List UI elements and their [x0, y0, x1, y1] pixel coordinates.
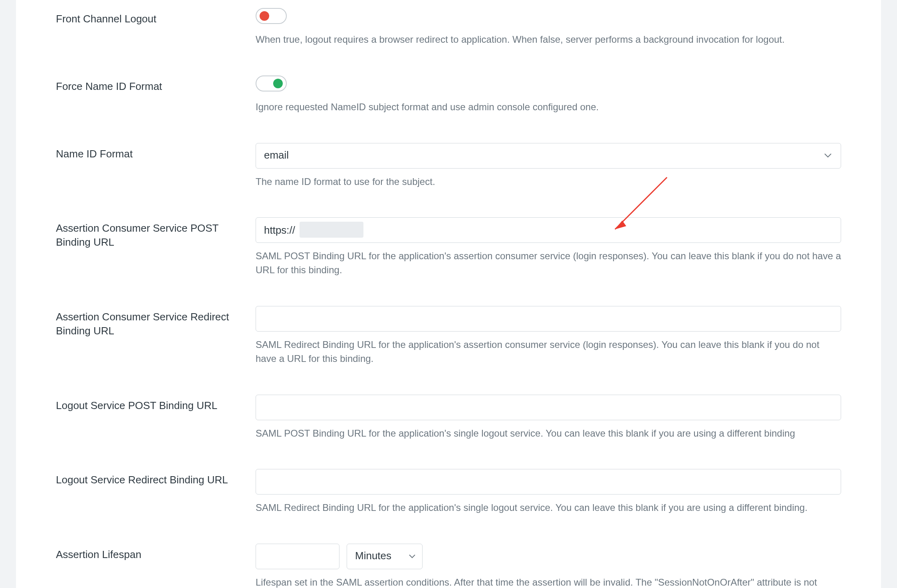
help-name-id-format: The name ID format to use for the subjec… — [256, 175, 841, 189]
select-lifespan-unit[interactable]: Minutes — [347, 544, 423, 569]
label-acs-post-url: Assertion Consumer Service POST Binding … — [56, 217, 256, 249]
input-logout-post-url[interactable] — [256, 395, 841, 420]
settings-form-panel: Front Channel Logout When true, logout r… — [16, 0, 881, 588]
toggle-front-channel-logout[interactable] — [256, 8, 287, 24]
row-acs-redirect-url: Assertion Consumer Service Redirect Bind… — [56, 306, 841, 366]
label-name-id-format: Name ID Format — [56, 143, 256, 161]
label-acs-redirect-url: Assertion Consumer Service Redirect Bind… — [56, 306, 256, 338]
toggle-force-name-id-format[interactable] — [256, 75, 287, 91]
input-assertion-lifespan-value[interactable] — [256, 544, 339, 569]
toggle-knob — [273, 79, 283, 88]
toggle-knob — [260, 11, 269, 21]
input-acs-post-url[interactable] — [256, 217, 841, 243]
row-acs-post-url: Assertion Consumer Service POST Binding … — [56, 217, 841, 277]
help-front-channel-logout: When true, logout requires a browser red… — [256, 33, 841, 47]
row-logout-redirect-url: Logout Service Redirect Binding URL SAML… — [56, 469, 841, 515]
help-force-name-id-format: Ignore requested NameID subject format a… — [256, 100, 841, 114]
row-force-name-id-format: Force Name ID Format Ignore requested Na… — [56, 75, 841, 114]
row-logout-post-url: Logout Service POST Binding URL SAML POS… — [56, 395, 841, 441]
row-front-channel-logout: Front Channel Logout When true, logout r… — [56, 8, 841, 47]
select-wrap-name-id-format: email — [256, 143, 841, 169]
help-logout-post-url: SAML POST Binding URL for the applicatio… — [256, 427, 841, 441]
help-assertion-lifespan: Lifespan set in the SAML assertion condi… — [256, 576, 841, 588]
label-logout-redirect-url: Logout Service Redirect Binding URL — [56, 469, 256, 487]
label-force-name-id-format: Force Name ID Format — [56, 75, 256, 93]
label-logout-post-url: Logout Service POST Binding URL — [56, 395, 256, 413]
input-acs-redirect-url[interactable] — [256, 306, 841, 332]
row-assertion-lifespan: Assertion Lifespan Minutes Lifespan set … — [56, 544, 841, 588]
help-logout-redirect-url: SAML Redirect Binding URL for the applic… — [256, 501, 841, 515]
input-logout-redirect-url[interactable] — [256, 469, 841, 495]
help-acs-redirect-url: SAML Redirect Binding URL for the applic… — [256, 338, 841, 366]
help-acs-post-url: SAML POST Binding URL for the applicatio… — [256, 249, 841, 277]
select-wrap-lifespan-unit: Minutes — [347, 544, 423, 569]
label-assertion-lifespan: Assertion Lifespan — [56, 544, 256, 562]
select-name-id-format[interactable]: email — [256, 143, 841, 169]
row-name-id-format: Name ID Format email The name ID format … — [56, 143, 841, 189]
label-front-channel-logout: Front Channel Logout — [56, 8, 256, 26]
